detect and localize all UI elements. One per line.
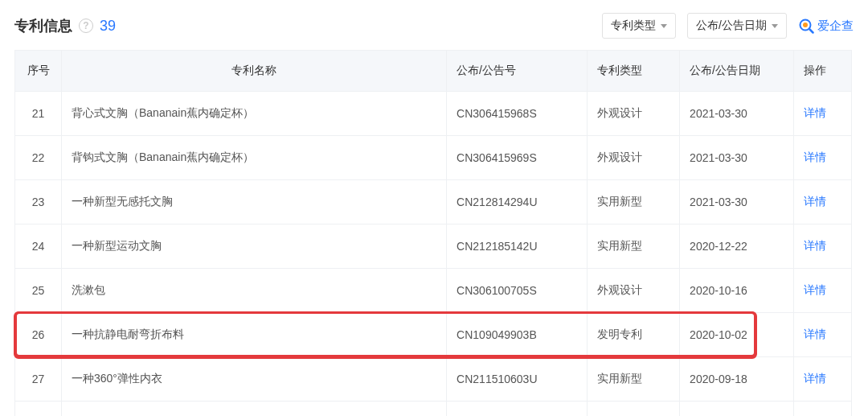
table-row: 26一种抗静电耐弯折布料CN109049903B发明专利2020-10-02详情 — [15, 313, 854, 357]
table-header-row: 序号 专利名称 公布/公告号 专利类型 公布/公告日期 操作 — [15, 51, 854, 92]
table-row: 25洗漱包CN306100705S外观设计2020-10-16详情 — [15, 269, 854, 313]
cell-type: 实用新型 — [588, 402, 680, 417]
cell-date: 2021-03-30 — [680, 92, 794, 136]
cell-name: 一种新型防掉跟船袜 — [62, 402, 447, 417]
cell-date: 2020-12-22 — [680, 224, 794, 269]
cell-date: 2021-03-30 — [680, 136, 794, 180]
cell-pubno: CN306415969S — [447, 136, 588, 180]
cell-pubno: CN306100705S — [447, 269, 588, 313]
cell-action: 详情 — [794, 402, 852, 417]
cell-date: 2020-09-18 — [680, 357, 794, 402]
detail-link[interactable]: 详情 — [804, 150, 826, 163]
filter-label: 专利类型 — [611, 19, 656, 33]
cell-name: 一种新型无感托文胸 — [62, 180, 447, 224]
cell-name: 背钩式文胸（Bananain蕉内确定杯） — [62, 136, 447, 180]
cell-action: 详情 — [794, 313, 852, 357]
detail-link[interactable]: 详情 — [804, 327, 826, 340]
svg-point-1 — [803, 23, 808, 27]
brand-logo-link[interactable]: 爱企查 — [798, 18, 854, 34]
header-right: 专利类型 公布/公告日期 爱企查 — [602, 13, 854, 39]
cell-action: 详情 — [794, 269, 852, 313]
detail-link[interactable]: 详情 — [804, 239, 826, 252]
help-icon[interactable]: ? — [79, 19, 93, 33]
filter-label: 公布/公告日期 — [696, 19, 767, 33]
cell-pubno: CN109049903B — [447, 313, 588, 357]
cell-date: 2020-10-16 — [680, 269, 794, 313]
svg-line-2 — [809, 29, 813, 33]
cell-type: 外观设计 — [588, 269, 680, 313]
cell-action: 详情 — [794, 357, 852, 402]
cell-date: 2020-07-17 — [680, 402, 794, 417]
cell-name: 一种360°弹性内衣 — [62, 357, 447, 402]
detail-link[interactable]: 详情 — [804, 106, 826, 119]
detail-link[interactable]: 详情 — [804, 195, 826, 208]
cell-action: 详情 — [794, 92, 852, 136]
table-row: 23一种新型无感托文胸CN212814294U实用新型2021-03-30详情 — [15, 180, 854, 224]
cell-type: 发明专利 — [588, 313, 680, 357]
cell-pubno: CN306415968S — [447, 92, 588, 136]
cell-index: 25 — [15, 269, 62, 313]
brand-name: 爱企查 — [817, 19, 854, 34]
table-row: 24一种新型运动文胸CN212185142U实用新型2020-12-22详情 — [15, 224, 854, 269]
magnifier-icon — [798, 18, 814, 34]
chevron-down-icon — [661, 24, 667, 28]
col-date: 公布/公告日期 — [680, 51, 794, 92]
cell-index: 22 — [15, 136, 62, 180]
cell-type: 实用新型 — [588, 180, 680, 224]
cell-action: 详情 — [794, 180, 852, 224]
page-title: 专利信息 — [14, 16, 72, 35]
detail-link[interactable]: 详情 — [804, 372, 826, 385]
page-header: 专利信息 ? 39 专利类型 公布/公告日期 — [14, 8, 854, 50]
cell-index: 24 — [15, 224, 62, 269]
cell-action: 详情 — [794, 224, 852, 269]
cell-pubno: CN212185142U — [447, 224, 588, 269]
cell-name: 一种新型运动文胸 — [62, 224, 447, 269]
cell-name: 洗漱包 — [62, 269, 447, 313]
filter-pub-date[interactable]: 公布/公告日期 — [687, 13, 787, 39]
table-wrapper: 序号 专利名称 公布/公告号 专利类型 公布/公告日期 操作 21背心式文胸（B… — [14, 50, 854, 416]
cell-name: 一种抗静电耐弯折布料 — [62, 313, 447, 357]
col-type: 专利类型 — [588, 51, 680, 92]
col-name: 专利名称 — [62, 51, 447, 92]
cell-type: 实用新型 — [588, 357, 680, 402]
col-index: 序号 — [15, 51, 62, 92]
col-action: 操作 — [794, 51, 852, 92]
filter-patent-type[interactable]: 专利类型 — [602, 13, 676, 39]
cell-pubno: CN211021012U — [447, 402, 588, 417]
cell-date: 2020-10-02 — [680, 313, 794, 357]
table-row: 28一种新型防掉跟船袜CN211021012U实用新型2020-07-17详情 — [15, 402, 854, 417]
table-row: 27一种360°弹性内衣CN211510603U实用新型2020-09-18详情 — [15, 357, 854, 402]
detail-link[interactable]: 详情 — [804, 283, 826, 296]
cell-type: 实用新型 — [588, 224, 680, 269]
cell-index: 21 — [15, 92, 62, 136]
cell-index: 27 — [15, 357, 62, 402]
table-row: 22背钩式文胸（Bananain蕉内确定杯）CN306415969S外观设计20… — [15, 136, 854, 180]
chevron-down-icon — [772, 24, 778, 28]
cell-index: 28 — [15, 402, 62, 417]
cell-action: 详情 — [794, 136, 852, 180]
cell-index: 26 — [15, 313, 62, 357]
cell-type: 外观设计 — [588, 136, 680, 180]
col-pubno: 公布/公告号 — [447, 51, 588, 92]
cell-date: 2021-03-30 — [680, 180, 794, 224]
patent-table: 序号 专利名称 公布/公告号 专利类型 公布/公告日期 操作 21背心式文胸（B… — [14, 50, 854, 416]
cell-name: 背心式文胸（Bananain蕉内确定杯） — [62, 92, 447, 136]
header-left: 专利信息 ? 39 — [14, 16, 116, 35]
record-count: 39 — [100, 18, 116, 35]
cell-type: 外观设计 — [588, 92, 680, 136]
table-row: 21背心式文胸（Bananain蕉内确定杯）CN306415968S外观设计20… — [15, 92, 854, 136]
cell-pubno: CN212814294U — [447, 180, 588, 224]
cell-index: 23 — [15, 180, 62, 224]
cell-pubno: CN211510603U — [447, 357, 588, 402]
